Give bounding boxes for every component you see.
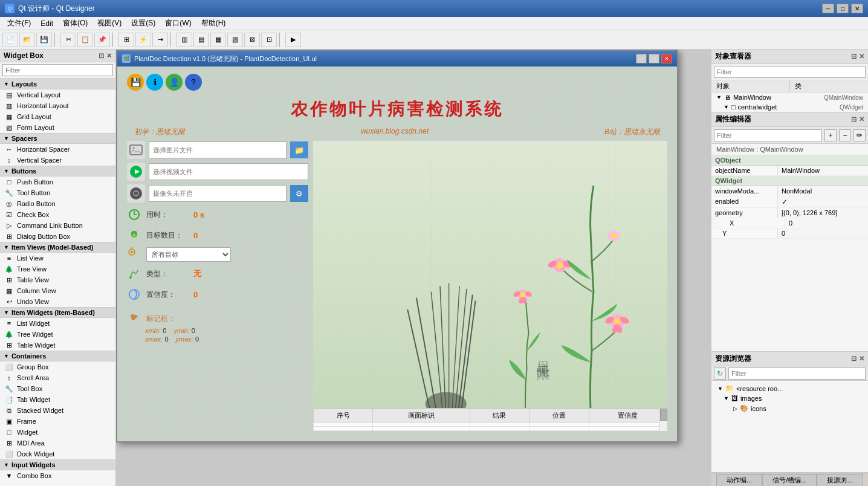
resource-filter-input[interactable] [728, 368, 866, 380]
toolbar-icon-save[interactable]: 💾 [127, 74, 144, 91]
resource-close-btn[interactable]: ✕ [859, 355, 864, 363]
widget-list-view[interactable]: ≡ List View [0, 253, 115, 264]
menu-edit[interactable]: Edit [36, 18, 58, 29]
image-file-browse-btn[interactable]: 📁 [290, 141, 308, 158]
target-dropdown[interactable]: 所有目标 [146, 247, 231, 262]
tree-item-mainwindow[interactable]: ▼ 🖥 MainWindow QMainWindow [711, 92, 868, 102]
widget-frame[interactable]: ▣ Frame [0, 416, 115, 427]
widget-check-box[interactable]: ☑ Check Box [0, 209, 115, 220]
widget-horizontal-spacer[interactable]: ↔ Horizontal Spacer [0, 144, 115, 155]
widget-group-box[interactable]: ⬜ Group Box [0, 361, 115, 372]
toolbar-icon-user[interactable]: 👤 [166, 74, 183, 91]
resource-refresh-btn[interactable]: ↻ [714, 368, 726, 380]
toolbar-layout-h[interactable]: ▥ [177, 33, 192, 47]
prop-val-x[interactable]: 0 [785, 218, 868, 228]
res-item-root[interactable]: ▼ 📁 <resource roo... [714, 383, 866, 394]
toolbar-new[interactable]: 📄 [2, 33, 18, 47]
widget-push-button[interactable]: □ Push Button [0, 177, 115, 187]
section-input-widgets[interactable]: ▼ Input Widgets [0, 459, 115, 470]
widget-undo-view[interactable]: ↩ Undo View [0, 296, 115, 307]
table-scrollbar[interactable] [659, 409, 667, 431]
menu-help[interactable]: 帮助(H) [196, 17, 231, 30]
inspector-close-btn[interactable]: ✕ [859, 53, 864, 60]
widget-mdi-area[interactable]: ⊞ MDI Area [0, 438, 115, 449]
toolbar-open[interactable]: 📂 [19, 33, 35, 47]
menu-view[interactable]: 视图(V) [92, 17, 126, 30]
widget-tool-button[interactable]: 🔧 Tool Button [0, 187, 115, 198]
res-item-icons[interactable]: ▷ 🎨 icons [714, 403, 866, 413]
toolbar-icon-help[interactable]: ? [185, 74, 202, 91]
widget-tool-box[interactable]: 🔧 Tool Box [0, 383, 115, 394]
widget-column-view[interactable]: ▦ Column View [0, 285, 115, 296]
prop-val-enabled[interactable]: ✓ [778, 196, 868, 207]
toolbar-layout-v[interactable]: ▤ [193, 33, 209, 47]
inner-maximize-btn[interactable]: □ [649, 54, 659, 63]
inspector-filter-input[interactable] [714, 66, 866, 78]
video-file-input[interactable] [149, 163, 308, 180]
widget-dialog-button-box[interactable]: ⊞ Dialog Button Box [0, 231, 115, 242]
property-filter-input[interactable] [714, 129, 822, 141]
menu-form[interactable]: 窗体(O) [58, 17, 92, 30]
tree-item-centralwidget[interactable]: ▼ □ centralwidget QWidget [711, 102, 868, 112]
toolbar-layout-form[interactable]: ▧ [227, 33, 243, 47]
widget-form-layout[interactable]: ▧ Form Layout [0, 122, 115, 133]
toolbar-adjust[interactable]: ⊡ [261, 33, 277, 47]
toolbar-icon-info[interactable]: ℹ [146, 74, 163, 91]
menu-file[interactable]: 文件(F) [2, 17, 36, 30]
section-spacers[interactable]: ▼ Spacers [0, 133, 115, 144]
widget-scroll-area[interactable]: ↕ Scroll Area [0, 372, 115, 383]
toolbar-connect[interactable]: ⚡ [135, 33, 151, 47]
section-item-widgets[interactable]: ▼ Item Widgets (Item-Based) [0, 307, 115, 318]
toolbar-tab-order[interactable]: ⇥ [152, 33, 168, 47]
bottom-tab-signals[interactable]: 信号/槽编... [762, 474, 817, 486]
widget-dock-widget[interactable]: ⬜ Dock Widget [0, 449, 115, 459]
maximize-btn[interactable]: □ [837, 4, 849, 13]
section-item-views[interactable]: ▼ Item Views (Model-Based) [0, 242, 115, 253]
toolbar-paste[interactable]: 📌 [94, 33, 110, 47]
widget-tree-view[interactable]: 🌲 Tree View [0, 264, 115, 274]
widget-box-float[interactable]: ⊡ [99, 52, 104, 60]
inner-minimize-btn[interactable]: ─ [636, 54, 647, 63]
image-file-input[interactable] [149, 141, 287, 158]
widget-stacked-widget[interactable]: ⧉ Stacked Widget [0, 405, 115, 416]
widget-combo-box[interactable]: ▼ Combo Box [0, 470, 115, 481]
toolbar-preview[interactable]: ▶ [285, 33, 301, 47]
widget-table-view[interactable]: ⊞ Table View [0, 274, 115, 285]
section-buttons[interactable]: ▼ Buttons [0, 166, 115, 177]
toolbar-layout-grid[interactable]: ▦ [210, 33, 226, 47]
minimize-btn[interactable]: ─ [822, 4, 834, 13]
prop-editor-close-btn[interactable]: ✕ [859, 115, 864, 123]
widget-vertical-layout[interactable]: ▤ Vertical Layout [0, 89, 115, 100]
inspector-float-btn[interactable]: ⊡ [851, 53, 857, 60]
widget-command-link-button[interactable]: ▷ Command Link Button [0, 220, 115, 231]
prop-editor-float-btn[interactable]: ⊡ [851, 115, 857, 123]
prop-edit-btn[interactable]: ✏ [853, 129, 866, 141]
widget-horizontal-layout[interactable]: ▥ Horizontal Layout [0, 100, 115, 111]
menu-settings[interactable]: 设置(S) [126, 17, 160, 30]
inner-close-btn[interactable]: ✕ [661, 54, 672, 63]
toolbar-widget-edit[interactable]: ⊞ [118, 33, 134, 47]
prop-val-windowmodal[interactable]: NonModal [778, 186, 868, 196]
widget-filter-input[interactable] [2, 64, 113, 76]
widget-list-widget[interactable]: ≡ List Widget [0, 318, 115, 329]
prop-val-geometry[interactable]: [(0, 0), 1226 x 769] [778, 208, 868, 218]
menu-window[interactable]: 窗口(W) [160, 17, 196, 30]
section-containers[interactable]: ▼ Containers [0, 351, 115, 361]
prop-val-objectname[interactable]: MainWindow [778, 166, 868, 175]
toolbar-copy[interactable]: 📋 [77, 33, 93, 47]
bottom-tab-resources[interactable]: 接源浏... [817, 474, 863, 486]
toolbar-save[interactable]: 💾 [36, 33, 52, 47]
res-item-images[interactable]: ▼ 🖼 images [714, 394, 866, 403]
widget-tree-widget[interactable]: 🌲 Tree Widget [0, 329, 115, 340]
widget-widget[interactable]: □ Widget [0, 427, 115, 438]
widget-grid-layout[interactable]: ▦ Grid Layout [0, 111, 115, 122]
toolbar-cut[interactable]: ✂ [60, 33, 76, 47]
prop-add-btn[interactable]: + [824, 129, 837, 141]
scrollbar-thumb[interactable] [660, 409, 667, 421]
widget-tab-widget[interactable]: 📑 Tab Widget [0, 394, 115, 405]
bottom-tab-actions[interactable]: 动作编... [716, 474, 762, 486]
resource-float-btn[interactable]: ⊡ [851, 355, 857, 363]
camera-settings-btn[interactable]: ⚙ [290, 185, 308, 202]
camera-input[interactable] [149, 185, 287, 202]
close-btn[interactable]: ✕ [851, 4, 863, 13]
